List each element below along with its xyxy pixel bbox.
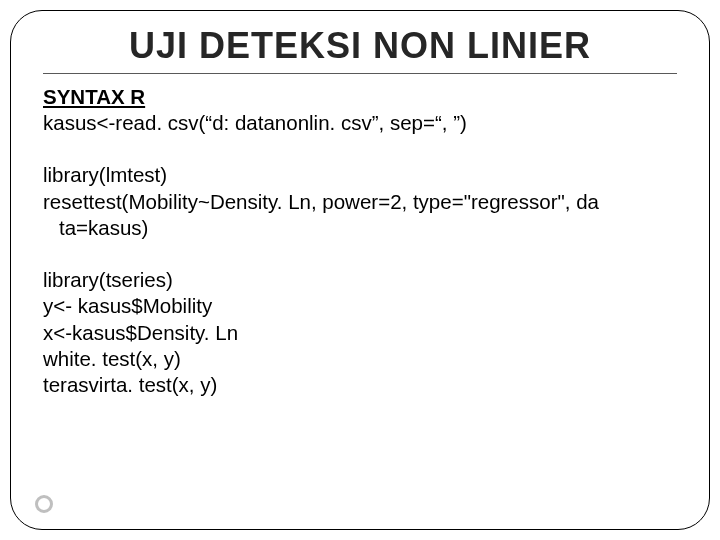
title-divider [43,73,677,74]
code-line-read: kasus<-read. csv(“d: datanonlin. csv”, s… [43,110,677,136]
code-line-lmtest: library(lmtest) [43,162,677,188]
code-line-tseries: library(tseries) [43,267,677,293]
slide-frame: UJI DETEKSI NON LINIER SYNTAX R kasus<-r… [10,10,710,530]
code-line-y: y<- kasus$Mobility [43,293,677,319]
slide-body: SYNTAX R kasus<-read. csv(“d: datanonlin… [43,84,677,398]
slide-bullet-icon [35,495,53,513]
syntax-header: SYNTAX R [43,84,677,110]
spacer [43,136,677,162]
code-line-white: white. test(x, y) [43,346,677,372]
slide-title: UJI DETEKSI NON LINIER [43,25,677,67]
code-line-resettest-2: ta=kasus) [43,215,677,241]
code-line-terasvirta: terasvirta. test(x, y) [43,372,677,398]
spacer [43,241,677,267]
code-line-x: x<-kasus$Density. Ln [43,320,677,346]
code-line-resettest-1: resettest(Mobility~Density. Ln, power=2,… [43,189,677,215]
